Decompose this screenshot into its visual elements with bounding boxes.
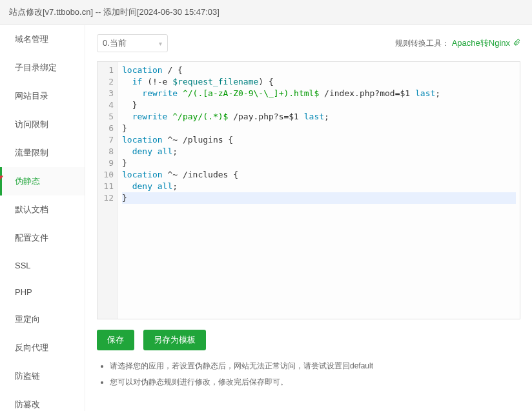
- tool-label: 规则转换工具：: [395, 39, 449, 48]
- tool-area: 规则转换工具： Apache转Nginx: [395, 37, 520, 49]
- svg-line-0: [0, 177, 2, 185]
- code-line[interactable]: location ^~ /includes {: [122, 169, 516, 181]
- line-number: 7: [97, 134, 114, 146]
- line-number: 10: [97, 169, 114, 181]
- line-number: 2: [97, 76, 114, 88]
- line-gutter: 123456789101112: [97, 62, 118, 319]
- sidebar-item-tamper[interactable]: 防篡改: [0, 390, 85, 411]
- save-template-button[interactable]: 另存为模板: [143, 330, 206, 350]
- line-number: 8: [97, 146, 114, 157]
- sidebar-item-redirect[interactable]: 重定向: [0, 305, 85, 334]
- notes-list: 请选择您的应用，若设置伪静态后，网站无法正常访问，请尝试设置回default您可…: [97, 361, 520, 388]
- chevron-down-icon: ▾: [159, 40, 162, 47]
- code-area[interactable]: location / { if (!-e $request_filename) …: [118, 62, 520, 319]
- window-header: 站点修改[v7.ttbobo.cn] -- 添加时间[2024-06-30 15…: [0, 0, 532, 25]
- line-number: 6: [97, 123, 114, 134]
- sidebar-item-rewrite[interactable]: 伪静态: [0, 167, 85, 195]
- line-number: 9: [97, 157, 114, 169]
- sidebar-item-antileech[interactable]: 防盗链: [0, 362, 85, 390]
- line-number: 1: [97, 65, 114, 76]
- sidebar-item-traffic[interactable]: 流量限制: [0, 139, 85, 167]
- code-line[interactable]: rewrite ^/(.[a-zA-Z0-9\-\_]+).html$ /ind…: [122, 88, 516, 99]
- sidebar-item-php[interactable]: PHP: [0, 279, 85, 305]
- window-title: 站点修改[v7.ttbobo.cn] -- 添加时间[2024-06-30 15…: [9, 7, 220, 17]
- code-line[interactable]: location / {: [122, 65, 516, 76]
- sidebar-item-defaultdoc[interactable]: 默认文档: [0, 195, 85, 224]
- note-item: 您可以对伪静态规则进行修改，修改完后保存即可。: [110, 377, 520, 388]
- sidebar-item-proxy[interactable]: 反向代理: [0, 334, 85, 362]
- sidebar-item-access[interactable]: 访问限制: [0, 110, 85, 139]
- sidebar-item-sitedir[interactable]: 网站目录: [0, 82, 85, 110]
- sidebar-item-ssl[interactable]: SSL: [0, 252, 85, 279]
- pointer-arrow-icon: [0, 174, 6, 189]
- sidebar: 域名管理子目录绑定网站目录访问限制流量限制伪静态默认文档配置文件SSLPHP重定…: [0, 25, 85, 411]
- attachment-icon: [513, 39, 520, 48]
- note-item: 请选择您的应用，若设置伪静态后，网站无法正常访问，请尝试设置回default: [110, 361, 520, 372]
- sidebar-item-subdir[interactable]: 子目录绑定: [0, 54, 85, 82]
- sidebar-item-domain[interactable]: 域名管理: [0, 25, 85, 54]
- code-editor[interactable]: 123456789101112 location / { if (!-e $re…: [97, 61, 520, 319]
- main-panel: 0.当前 ▾ 规则转换工具： Apache转Nginx 123456789101…: [85, 25, 532, 411]
- line-number: 5: [97, 111, 114, 123]
- code-line[interactable]: deny all;: [122, 181, 516, 192]
- line-number: 11: [97, 181, 114, 192]
- code-line[interactable]: }: [122, 157, 516, 169]
- save-button[interactable]: 保存: [97, 330, 134, 350]
- sidebar-item-config[interactable]: 配置文件: [0, 224, 85, 252]
- line-number: 3: [97, 88, 114, 99]
- template-select[interactable]: 0.当前 ▾: [97, 34, 168, 52]
- code-line[interactable]: }: [122, 99, 516, 111]
- code-line[interactable]: rewrite ^/pay/(.*)$ /pay.php?s=$1 last;: [122, 111, 516, 123]
- code-line[interactable]: }: [122, 192, 516, 204]
- button-row: 保存 另存为模板: [97, 330, 520, 350]
- line-number: 12: [97, 192, 114, 204]
- code-line[interactable]: if (!-e $request_filename) {: [122, 76, 516, 88]
- toolbar: 0.当前 ▾ 规则转换工具： Apache转Nginx: [97, 34, 520, 52]
- code-line[interactable]: }: [122, 123, 516, 134]
- select-value: 0.当前: [103, 37, 127, 49]
- code-line[interactable]: deny all;: [122, 146, 516, 157]
- apache-to-nginx-link[interactable]: Apache转Nginx: [452, 37, 520, 49]
- code-line[interactable]: location ^~ /plugins {: [122, 134, 516, 146]
- line-number: 4: [97, 99, 114, 111]
